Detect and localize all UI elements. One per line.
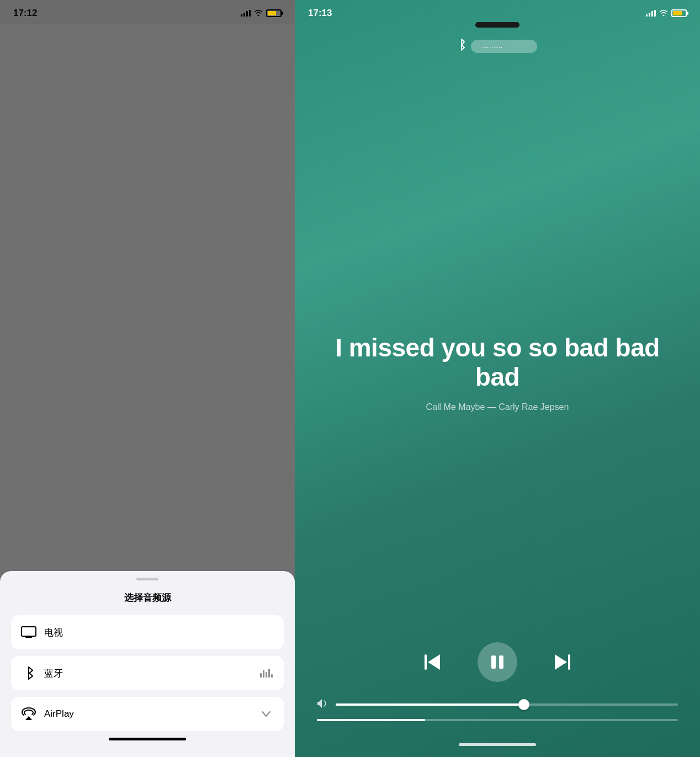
tv-option[interactable]: 电视 [11,615,284,649]
battery-fill [268,11,276,15]
bluetooth-label: 蓝牙 [44,667,258,680]
left-status-icons [241,9,282,18]
next-button[interactable] [550,651,572,673]
right-status-bar: 17:13 [295,0,700,24]
battery-icon [266,9,282,17]
volume-row [317,699,678,710]
signal-icon [241,10,251,17]
player-controls [295,642,700,732]
svg-rect-0 [22,627,36,636]
wifi-icon [254,9,263,18]
bluetooth-icon [21,665,36,681]
chevron-down-icon[interactable] [258,706,274,722]
left-status-time: 17:12 [13,8,37,19]
volume-thumb[interactable] [518,699,529,710]
airplay-label: AirPlay [44,708,258,719]
right-battery-icon [671,9,687,17]
svg-rect-3 [491,655,496,669]
bluetooth-option[interactable]: 蓝牙 [11,656,284,690]
progress-slider[interactable] [317,719,678,721]
sheet-title: 选择音频源 [11,591,284,604]
svg-marker-2 [428,654,440,670]
volume-icon [317,699,329,710]
progress-row [317,719,678,721]
right-home-indicator [459,743,536,746]
song-info: Call Me Maybe — Carly Rae Jepsen [426,402,569,412]
bluetooth-symbol-icon [458,39,465,54]
svg-rect-5 [568,654,570,670]
dynamic-island [475,22,519,28]
play-pause-button[interactable] [478,642,517,682]
playback-controls-row [317,642,678,682]
tv-label: 电视 [44,626,274,639]
audio-source-sheet: 选择音频源 电视 蓝牙 [0,571,295,757]
left-status-bar: 17:12 [0,0,295,24]
bluetooth-device-row: ········· [458,39,537,54]
svg-rect-4 [499,655,503,669]
right-status-time: 17:13 [308,8,332,19]
right-phone-screen: 17:13 ········· [295,0,700,757]
right-wifi-icon [659,9,668,18]
progress-fill [317,719,425,721]
tv-icon [21,625,36,640]
right-status-icons [646,9,687,18]
sheet-drag-handle[interactable] [136,578,158,580]
lyrics-area: I missed you so so bad bad bad Call Me M… [295,103,700,642]
volume-fill [336,703,524,706]
airplay-option[interactable]: AirPlay [11,697,284,731]
current-lyric: I missed you so so bad bad bad [317,333,678,392]
left-phone-screen: 17:12 选择音频源 [0,0,295,757]
equalizer-icon[interactable] [258,665,274,681]
volume-slider[interactable] [336,703,678,706]
previous-button[interactable] [422,651,444,673]
right-battery-fill [673,11,682,15]
airplay-icon [21,706,36,722]
right-signal-icon [646,10,656,17]
bluetooth-device-name: ········· [471,40,537,53]
svg-marker-6 [555,654,567,670]
home-indicator [109,738,186,740]
svg-rect-1 [425,654,427,670]
